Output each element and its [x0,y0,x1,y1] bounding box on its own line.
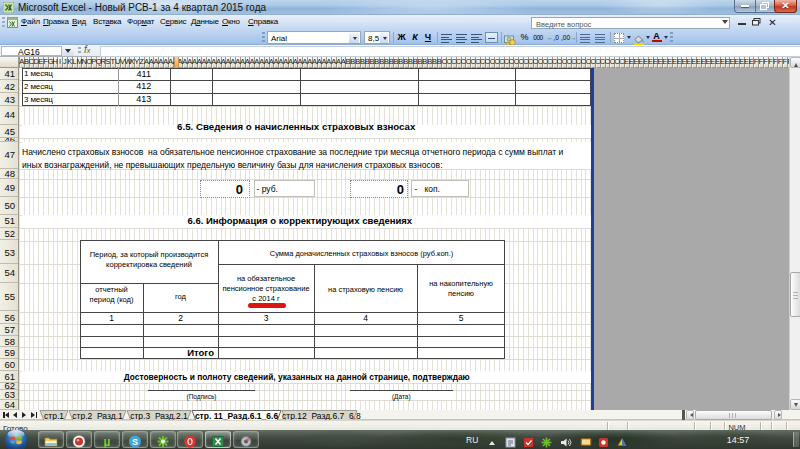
svg-text:µ: µ [104,435,111,448]
svg-text:S: S [132,437,138,447]
